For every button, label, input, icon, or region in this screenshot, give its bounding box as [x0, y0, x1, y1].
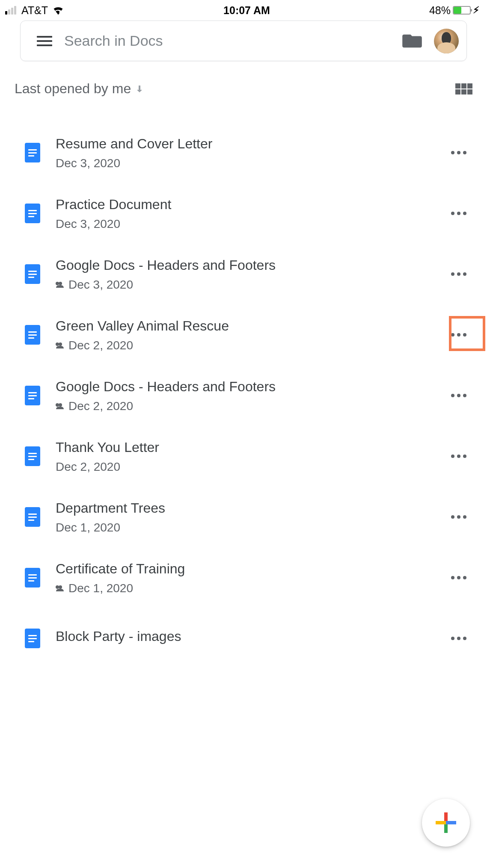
document-list: Resume and Cover LetterDec 3, 2020Practi…	[0, 97, 487, 669]
document-item[interactable]: Department TreesDec 1, 2020	[0, 487, 487, 547]
document-info: Thank You LetterDec 2, 2020	[56, 439, 448, 474]
doc-file-icon	[25, 629, 40, 648]
profile-avatar[interactable]	[434, 29, 459, 53]
document-info: Resume and Cover LetterDec 3, 2020	[56, 135, 448, 170]
document-meta: Dec 2, 2020	[56, 460, 448, 474]
document-info: Green Valley Animal RescueDec 2, 2020	[56, 317, 448, 352]
document-item[interactable]: Green Valley Animal RescueDec 2, 2020	[0, 304, 487, 365]
carrier-label: AT&T	[21, 4, 48, 17]
document-date: Dec 3, 2020	[56, 217, 120, 231]
document-item[interactable]: Google Docs - Headers and FootersDec 3, …	[0, 244, 487, 304]
folder-icon[interactable]	[402, 33, 422, 49]
more-options-button[interactable]	[448, 628, 470, 649]
arrow-down-icon	[134, 84, 145, 94]
document-meta: Dec 1, 2020	[56, 521, 448, 534]
shared-icon	[56, 282, 64, 288]
document-item[interactable]: Practice DocumentDec 3, 2020	[0, 183, 487, 244]
doc-file-icon	[25, 204, 40, 223]
wifi-icon	[52, 6, 64, 15]
battery-percentage: 48%	[429, 4, 451, 17]
doc-file-icon	[25, 386, 40, 405]
plus-icon	[436, 812, 456, 833]
more-options-button[interactable]	[448, 567, 470, 588]
document-date: Dec 2, 2020	[68, 339, 133, 352]
document-info: Department TreesDec 1, 2020	[56, 499, 448, 534]
more-options-button[interactable]	[448, 142, 470, 163]
document-date: Dec 3, 2020	[68, 278, 133, 292]
more-options-button[interactable]	[448, 203, 470, 224]
shared-icon	[56, 342, 64, 348]
document-title: Green Valley Animal Rescue	[56, 317, 448, 335]
document-meta: Dec 2, 2020	[56, 339, 448, 352]
document-meta: Dec 3, 2020	[56, 217, 448, 231]
document-meta: Dec 3, 2020	[56, 278, 448, 292]
document-date: Dec 3, 2020	[56, 156, 120, 170]
charging-icon: ⚡︎	[473, 5, 479, 16]
document-item[interactable]: Certificate of TrainingDec 1, 2020	[0, 547, 487, 608]
more-options-button[interactable]	[448, 264, 470, 284]
document-item[interactable]: Resume and Cover LetterDec 3, 2020	[0, 122, 487, 183]
doc-file-icon	[25, 446, 40, 466]
document-info: Google Docs - Headers and FootersDec 2, …	[56, 378, 448, 413]
document-title: Department Trees	[56, 499, 448, 517]
document-title: Resume and Cover Letter	[56, 135, 448, 153]
hamburger-menu-icon[interactable]	[33, 32, 56, 50]
document-meta: Dec 1, 2020	[56, 582, 448, 595]
document-title: Practice Document	[56, 196, 448, 214]
battery-icon	[453, 6, 471, 15]
more-options-button[interactable]	[448, 325, 470, 345]
document-item[interactable]: Google Docs - Headers and FootersDec 2, …	[0, 365, 487, 426]
grid-view-toggle-icon[interactable]	[455, 83, 472, 94]
document-title: Certificate of Training	[56, 560, 448, 578]
document-title: Google Docs - Headers and Footers	[56, 257, 448, 275]
document-title: Thank You Letter	[56, 439, 448, 457]
status-left: AT&T	[5, 4, 64, 17]
document-meta: Dec 3, 2020	[56, 156, 448, 170]
document-info: Practice DocumentDec 3, 2020	[56, 196, 448, 231]
search-bar[interactable]: Search in Docs	[20, 21, 467, 61]
document-title: Google Docs - Headers and Footers	[56, 378, 448, 396]
document-date: Dec 1, 2020	[68, 582, 133, 595]
document-meta: Dec 2, 2020	[56, 399, 448, 413]
more-options-button[interactable]	[448, 446, 470, 466]
document-info: Block Party - images	[56, 628, 448, 649]
sort-label-text: Last opened by me	[15, 81, 131, 97]
new-document-fab[interactable]	[422, 799, 470, 847]
document-date: Dec 2, 2020	[68, 399, 133, 413]
status-right: 48% ⚡︎	[429, 4, 479, 17]
document-item[interactable]: Thank You LetterDec 2, 2020	[0, 426, 487, 487]
doc-file-icon	[25, 568, 40, 588]
more-options-button[interactable]	[448, 385, 470, 406]
document-date: Dec 2, 2020	[56, 460, 120, 474]
document-info: Certificate of TrainingDec 1, 2020	[56, 560, 448, 595]
doc-file-icon	[25, 264, 40, 284]
search-input-placeholder[interactable]: Search in Docs	[64, 32, 402, 49]
sort-button[interactable]: Last opened by me	[15, 81, 145, 97]
shared-icon	[56, 585, 64, 591]
document-item[interactable]: Block Party - images	[0, 608, 487, 669]
status-time: 10:07 AM	[223, 4, 270, 17]
signal-bars-icon	[5, 6, 16, 15]
doc-file-icon	[25, 143, 40, 162]
document-info: Google Docs - Headers and FootersDec 3, …	[56, 257, 448, 292]
sort-row: Last opened by me	[0, 61, 487, 97]
document-date: Dec 1, 2020	[56, 521, 120, 534]
doc-file-icon	[25, 507, 40, 527]
shared-icon	[56, 403, 64, 409]
more-options-button[interactable]	[448, 507, 470, 527]
status-bar: AT&T 10:07 AM 48% ⚡︎	[0, 0, 487, 20]
doc-file-icon	[25, 325, 40, 345]
document-title: Block Party - images	[56, 628, 448, 646]
